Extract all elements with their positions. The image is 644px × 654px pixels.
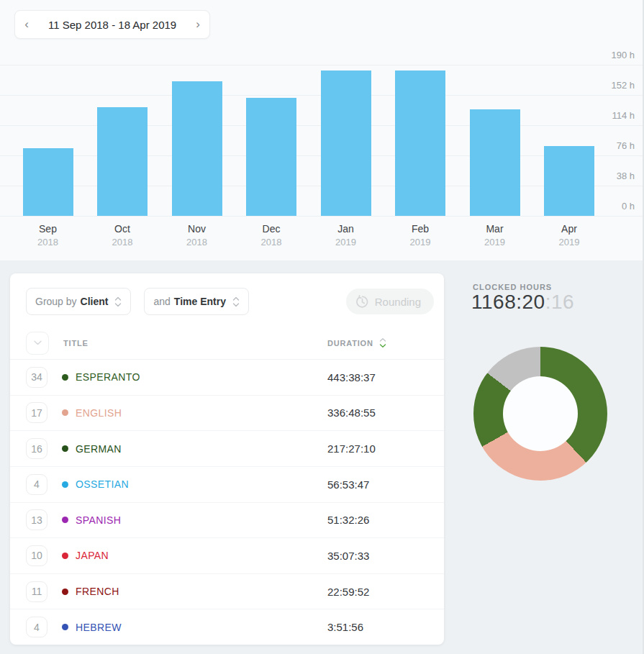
column-header-duration[interactable]: DURATION (327, 337, 428, 348)
bar[interactable] (544, 146, 594, 216)
x-axis-year-label: 2018 (160, 237, 235, 248)
x-axis-month-label: Jan (309, 223, 384, 235)
x-axis-year-label: 2019 (532, 237, 607, 248)
row-duration: 443:38:37 (327, 371, 428, 383)
x-axis-year-label: 2018 (234, 237, 309, 248)
bar[interactable] (97, 107, 148, 216)
client-name: ENGLISH (62, 407, 122, 419)
row-count-badge: 4 (26, 617, 47, 637)
table-header: TITLE DURATION (10, 327, 444, 360)
client-color-dot (62, 481, 68, 488)
date-range-label[interactable]: 11 Sep 2018 - 18 Apr 2019 (38, 19, 186, 31)
rounding-clock-icon (355, 295, 369, 309)
chevron-down-icon (34, 340, 42, 345)
group-by-dropdown[interactable]: Group by Client (26, 288, 131, 315)
x-axis-year-label: 2018 (85, 237, 160, 248)
row-count-badge: 34 (26, 367, 47, 388)
table-row[interactable]: 13SPANISH51:32:26 (10, 503, 444, 539)
client-name: HEBREW (62, 622, 122, 633)
clocked-hours-seconds: :16 (545, 291, 574, 313)
x-axis-month-label: Apr (532, 223, 607, 235)
report-controls: Group by Client and Time Entry Rounding (10, 273, 444, 327)
report-card: Group by Client and Time Entry Rounding (10, 273, 444, 645)
next-period-button[interactable]: › (186, 11, 209, 38)
y-axis-label: 76 h (617, 140, 635, 152)
row-duration: 217:27:10 (327, 442, 428, 455)
x-axis-month-label: Feb (383, 223, 458, 235)
table-row[interactable]: 17ENGLISH336:48:55 (10, 396, 444, 432)
row-duration: 51:32:26 (327, 514, 428, 526)
group-by-prefix: Group by (35, 296, 77, 307)
client-color-dot (62, 589, 68, 595)
bar-chart: 190 h152 h114 h76 h38 h0 hSep2018Oct2018… (0, 0, 644, 260)
subgroup-dropdown[interactable]: and Time Entry (144, 288, 248, 315)
row-count-badge: 17 (26, 402, 47, 423)
client-name: OSSETIAN (62, 478, 129, 490)
row-count-badge: 10 (26, 545, 47, 566)
client-color-dot (62, 409, 68, 416)
bar[interactable] (470, 109, 520, 216)
bar-chart-section: 190 h152 h114 h76 h38 h0 hSep2018Oct2018… (0, 0, 644, 260)
bar[interactable] (395, 71, 445, 216)
select-all-button[interactable] (26, 332, 49, 355)
x-axis-month-label: Mar (458, 223, 532, 235)
group-by-value: Client (81, 296, 109, 307)
client-name: GERMAN (62, 443, 122, 455)
chevron-updown-icon (232, 296, 240, 308)
bar[interactable] (246, 98, 296, 216)
y-axis-label: 38 h (617, 171, 635, 182)
x-axis-year-label: 2018 (11, 237, 86, 248)
y-axis-label: 0 h (622, 201, 635, 212)
subgroup-prefix: and (153, 296, 170, 307)
row-duration: 336:48:55 (327, 407, 428, 419)
prev-period-button[interactable]: ‹ (15, 11, 38, 38)
client-name: JAPAN (62, 550, 109, 561)
client-color-dot (62, 624, 68, 630)
table-row[interactable]: 16GERMAN217:27:10 (10, 431, 444, 467)
row-count-badge: 11 (26, 581, 47, 602)
table-row[interactable]: 10JAPAN35:07:33 (10, 538, 444, 574)
table-row[interactable]: 34ESPERANTO443:38:37 (10, 360, 444, 396)
x-axis-month-label: Sep (11, 223, 86, 235)
row-duration: 56:53:47 (327, 478, 428, 491)
y-axis-label: 152 h (611, 80, 635, 91)
x-axis-month-label: Dec (234, 223, 309, 235)
subgroup-value: Time Entry (174, 296, 226, 307)
date-range-picker[interactable]: ‹ 11 Sep 2018 - 18 Apr 2019 › (14, 10, 210, 39)
x-axis-year-label: 2019 (383, 237, 458, 248)
x-axis-year-label: 2019 (309, 237, 384, 248)
table-row[interactable]: 11FRENCH22:59:52 (10, 574, 444, 610)
row-count-badge: 16 (26, 438, 47, 459)
bar[interactable] (172, 81, 222, 216)
bar[interactable] (321, 71, 371, 216)
x-axis-month-label: Nov (160, 223, 235, 235)
client-color-dot (62, 553, 68, 559)
table-row[interactable]: 4HEBREW3:51:56 (10, 609, 444, 645)
client-color-dot (62, 374, 68, 381)
column-header-duration-label: DURATION (327, 339, 373, 348)
clocked-hours-main: 1168:20 (471, 291, 545, 313)
grid-line (0, 65, 644, 65)
client-color-dot (62, 517, 68, 523)
bar[interactable] (23, 148, 73, 216)
client-color-dot (62, 445, 68, 452)
row-duration: 3:51:56 (327, 621, 428, 633)
row-count-badge: 4 (26, 474, 47, 495)
donut-hole (503, 376, 578, 451)
y-axis-label: 190 h (611, 50, 635, 61)
rounding-button[interactable]: Rounding (346, 289, 434, 314)
client-name: ESPERANTO (62, 371, 140, 383)
row-duration: 22:59:52 (327, 586, 428, 598)
row-count-badge: 13 (26, 509, 47, 530)
client-name: FRENCH (62, 586, 119, 597)
clocked-hours-value: 1168:20:16 (471, 291, 574, 314)
sort-icon[interactable] (379, 337, 386, 348)
client-name: SPANISH (62, 514, 121, 526)
table-row[interactable]: 4OSSETIAN56:53:47 (10, 467, 444, 503)
chevron-updown-icon (114, 296, 122, 308)
donut-chart[interactable] (473, 347, 607, 481)
x-axis-year-label: 2019 (458, 237, 532, 248)
grid-line (0, 216, 644, 217)
column-header-title: TITLE (63, 339, 89, 348)
y-axis-label: 114 h (612, 110, 635, 122)
